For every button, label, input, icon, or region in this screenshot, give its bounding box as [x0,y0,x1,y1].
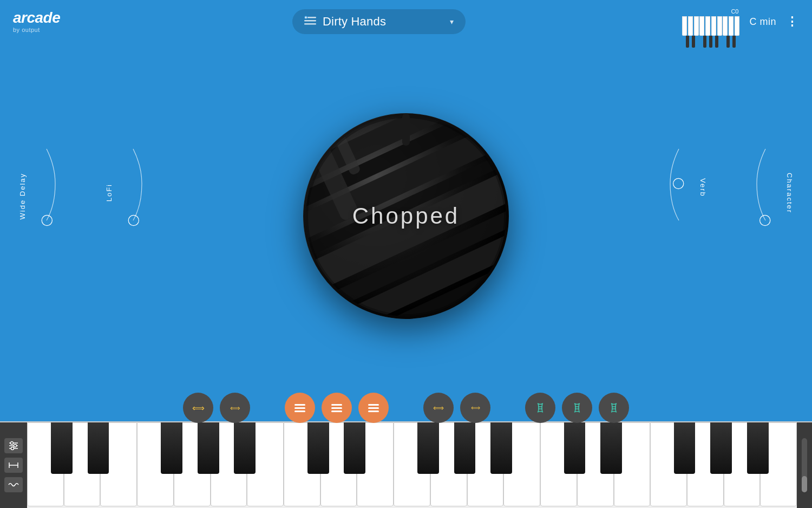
arrow-sm-1-button[interactable]: ⟺ [423,393,454,423]
svg-point-34 [11,447,14,450]
mini-white-key [723,16,728,36]
piano-sliders-button[interactable] [4,438,23,453]
black-key[interactable] [417,422,439,474]
bars-3-button[interactable] [358,393,389,423]
header: arcade by output Dirty Hands [0,0,812,43]
mini-white-key [688,16,693,36]
macro-character: Character [752,140,796,292]
mini-black-key [709,36,712,48]
svg-point-22 [760,215,770,225]
black-key[interactable] [198,422,219,474]
arrow-wide-icon: ⟺ [230,404,240,412]
mini-white-key [711,16,716,36]
bars-2-button[interactable] [322,393,352,423]
sphere-svg [303,113,509,319]
wide-delay-label: Wide Delay [18,173,27,219]
piano-left-controls [0,422,27,508]
mini-white-key [705,16,710,36]
scroll-thumb[interactable] [802,476,807,492]
black-key[interactable] [600,422,622,474]
piano-octave-button[interactable] [4,458,23,473]
button-row: ⟺ ⟺ [0,389,812,427]
preset-list-icon [304,16,316,28]
scale-label: C min [749,16,776,28]
bars-icon [294,404,305,412]
mini-white-key [699,16,704,36]
black-key[interactable] [454,422,476,474]
dna-icon [534,402,546,414]
arrow-sm-icon: ⟺ [433,403,444,412]
black-key[interactable] [747,422,769,474]
dna-icon [608,402,620,414]
header-right: C0 [680,8,799,36]
mini-white-key [735,16,739,36]
svg-point-4 [305,16,307,18]
dna-2-button[interactable] [562,393,592,423]
svg-point-32 [14,445,17,447]
macro-wide-delay: Wide Delay [16,140,60,292]
arrow-sm-icon: ⟺ [471,404,480,412]
arrow-wide-left-1-button[interactable]: ⟺ [183,393,213,423]
piano-scroll[interactable] [797,422,812,508]
svg-rect-20 [402,113,410,146]
app-container: arcade by output Dirty Hands [0,0,812,508]
bars-icon [368,404,379,412]
dna-3-button[interactable] [599,393,629,423]
preset-arrow-icon: ▾ [450,17,454,26]
macro-lofi: LoFi [103,140,146,292]
bottom-section: ⟺ ⟺ [0,389,812,508]
mini-black-key [692,36,695,48]
black-key[interactable] [88,422,109,474]
mini-white-key [729,16,734,36]
wave-icon [8,481,19,488]
mini-white-key [694,16,699,36]
mini-black-key [686,36,689,48]
scroll-track [802,438,807,492]
lofi-label: LoFi [105,184,113,201]
black-key[interactable] [307,422,329,474]
macro-verb: Verb [666,140,709,292]
piano-container [0,421,812,508]
black-key[interactable] [161,422,182,474]
black-key[interactable] [674,422,696,474]
dna-icon [571,402,583,414]
sliders-icon [8,441,19,451]
black-key[interactable] [51,422,73,474]
mini-keyboard-display [682,16,739,36]
black-key[interactable] [234,422,256,474]
character-label: Character [785,173,794,213]
black-key[interactable] [490,422,512,474]
piano-wave-button[interactable] [4,477,23,492]
svg-point-5 [42,215,52,225]
sphere [303,113,509,319]
black-key[interactable] [344,422,365,474]
black-key[interactable] [710,422,732,474]
svg-point-21 [673,178,684,188]
dna-1-button[interactable] [525,393,555,423]
mini-white-key [717,16,722,36]
bars-icon [331,404,342,412]
more-options-button[interactable]: ⋮ [786,15,799,29]
svg-point-6 [128,215,139,225]
mini-black-key [726,36,730,48]
mini-black-key [732,36,736,48]
bars-1-button[interactable] [285,393,315,423]
mini-black-key [703,36,706,48]
key-label: C0 [731,8,738,15]
sphere-container[interactable]: Chopped [292,102,520,330]
main-content: Wide Delay LoFi [0,43,812,389]
preset-selector[interactable]: Dirty Hands ▾ [292,9,466,34]
svg-point-30 [11,442,14,445]
arrow-sm-2-button[interactable]: ⟺ [460,393,490,423]
preset-name: Dirty Hands [323,15,386,29]
logo-byoutput: by output [13,27,40,33]
svg-rect-2 [304,23,316,25]
mini-keyboard-area: C0 [682,8,739,36]
black-key[interactable] [564,422,586,474]
left-macros: Wide Delay LoFi [16,140,146,292]
arrow-wide-icon: ⟺ [192,403,205,413]
header-center: Dirty Hands ▾ [78,9,680,34]
mini-white-key [682,16,687,36]
mini-black-key [715,36,718,48]
arrow-wide-left-2-button[interactable]: ⟺ [220,393,250,423]
